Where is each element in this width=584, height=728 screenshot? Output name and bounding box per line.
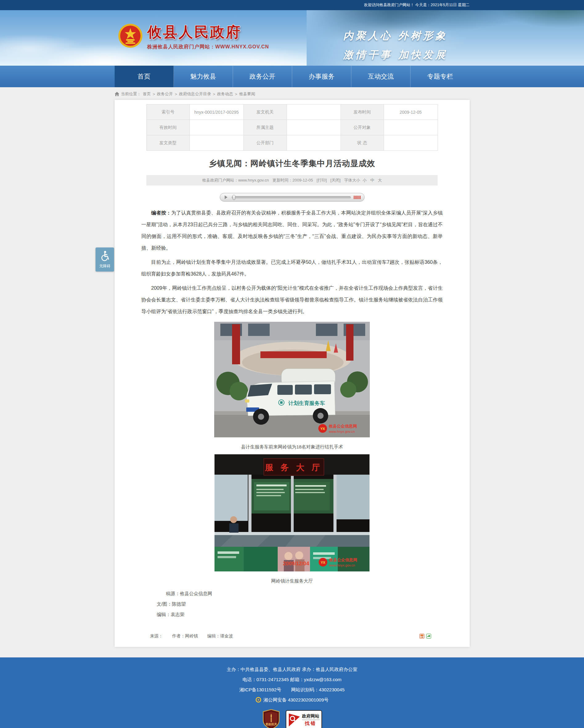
photo-service-van: 计划生育服务车 YX 攸县公众信息网 www.hnyx.gov.cn (214, 322, 370, 437)
party-gov-badge[interactable]: 党政机关 (262, 709, 280, 728)
find-error-badge-line2: 找错 (302, 720, 320, 726)
photo2-datestamp: 2009/12/04 (283, 561, 310, 567)
slogan-line-1: 内聚人心 外树形象 (343, 26, 448, 45)
site-header: 攸县人民政府 株洲攸县人民政府门户网站：WWW.HNYX.GOV.CN 内聚人心… (0, 10, 584, 66)
editor-note-lead: 编者按： (151, 210, 171, 215)
article-credits: 稿源：攸县公众信息网 文/图：陈德望 编辑：袁志荣 (141, 589, 443, 620)
info-value: hnyx-0001/2017-00295 (189, 104, 243, 120)
table-row: 发文类型 公开部门 状 态 (147, 135, 437, 151)
article-body: 编者按：为了认真贯彻县委、县政府召开的有关会议精神，积极服务于全县工作大局，本网… (141, 207, 443, 317)
article-meta-bar: 攸县政府门户网站：www.hnyx.gov.cn 更新时间：2009-12-05… (147, 175, 437, 185)
main-navigation: 首页 魅力攸县 政务公开 办事服务 互动交流 专题专栏 (0, 66, 584, 87)
info-label: 索引号 (147, 104, 189, 120)
home-icon (115, 92, 119, 96)
info-label: 发文类型 (147, 135, 189, 151)
info-value: 2009-12-05 (384, 104, 437, 120)
breadcrumb-gov-open[interactable]: 政务公开 (157, 91, 173, 97)
svg-text:www.hnyx.gov.cn: www.hnyx.gov.cn (329, 564, 355, 567)
print-button[interactable]: [打印] (317, 178, 327, 182)
footer-organizer: 主办：中共攸县县委、攸县人民政府 承办：攸县人民政府办公室 (0, 664, 584, 674)
info-value (287, 135, 341, 151)
nav-item-charm[interactable]: 魅力攸县 (174, 66, 233, 87)
info-value (384, 120, 437, 135)
footer-icp: 湘ICP备13011592号 网站识别码：4302230045 (0, 684, 584, 695)
share-icon[interactable] (419, 634, 424, 639)
seek-bar[interactable] (232, 196, 351, 199)
source-author: 作者：网岭镇 (172, 633, 198, 638)
police-badge-icon (256, 697, 261, 703)
table-row: 有效时间 所属主题 公开对象 (147, 120, 437, 135)
breadcrumb: 当前位置： 首页 > 政务公开 > 政府信息公开目录 > 政务动态 > 攸县要闻 (115, 91, 470, 97)
footer-security-record[interactable]: 湘公网安备 43022302001009号 (264, 695, 328, 705)
accessibility-widget[interactable]: 无障碍 (96, 248, 114, 271)
volume-bars-icon[interactable] (354, 196, 361, 199)
breadcrumb-county-news[interactable]: 攸县要闻 (239, 91, 255, 97)
photo1-caption: 县计生服务车前来网岭镇为18名对象进行结扎手术 (115, 444, 470, 450)
welcome-text: 欢迎访问攸县政府门户网站！ 今天是：2021年5月11日 星期二 (364, 3, 469, 7)
source-label: 来源： (150, 633, 163, 638)
nav-item-home[interactable]: 首页 (115, 66, 174, 87)
magnifier-flag-icon (288, 713, 300, 727)
font-small-button[interactable]: 小 (363, 178, 367, 182)
accessibility-label: 无障碍 (99, 263, 110, 269)
meta-updated: 更新时间：2009-12-05 (272, 178, 313, 182)
breadcrumb-home[interactable]: 首页 (143, 91, 151, 97)
breadcrumb-prefix: 当前位置： (121, 91, 141, 97)
site-title: 攸县人民政府 (147, 23, 269, 42)
font-medium-button[interactable]: 中 (370, 178, 374, 182)
info-value (287, 104, 341, 120)
article-card: 索引号 hnyx-0001/2017-00295 发文机关 发布时间 2009-… (115, 100, 470, 647)
play-icon (225, 196, 228, 199)
info-value (384, 135, 437, 151)
footer-site-id: 网站识别码：4302230045 (291, 687, 345, 692)
nav-item-services[interactable]: 办事服务 (292, 66, 351, 87)
play-button[interactable] (224, 195, 229, 200)
header-slogan: 内聚人心 外树形象 激情干事 加快发展 (343, 26, 448, 64)
credit-editor: 编辑：袁志荣 (157, 609, 443, 620)
page-footer: 主办：中共攸县县委、攸县人民政府 承办：攸县人民政府办公室 电话：0731-24… (0, 657, 584, 728)
nav-item-gov-affairs[interactable]: 政务公开 (233, 66, 292, 87)
font-large-button[interactable]: 大 (378, 178, 382, 182)
source-editor: 编辑：谭金波 (207, 633, 233, 638)
photo2-caption: 网岭镇计生服务大厅 (115, 578, 470, 584)
nav-item-topics[interactable]: 专题专栏 (410, 66, 469, 87)
info-label: 状 态 (341, 135, 384, 151)
svg-text:攸县公众信息网: 攸县公众信息网 (328, 424, 357, 428)
topbar: 欢迎访问攸县政府门户网站！ 今天是：2021年5月11日 星期二 (0, 0, 584, 10)
meta-site: 攸县政府门户网站：www.hnyx.gov.cn (202, 178, 269, 182)
credit-source: 稿源：攸县公众信息网 (157, 589, 443, 599)
credit-author: 文/图：陈德望 (157, 599, 443, 609)
info-label: 公开部门 (243, 135, 287, 151)
find-error-badge-line1: 政府网站 (302, 713, 320, 720)
svg-text:YX: YX (321, 561, 325, 564)
breadcrumb-info-catalog[interactable]: 政府信息公开目录 (179, 91, 211, 97)
svg-text:攸县公众信息网: 攸县公众信息网 (329, 557, 357, 562)
find-error-badge[interactable]: 政府网站 找错 (286, 710, 322, 728)
wheelchair-icon (100, 251, 109, 262)
van-side-text: 计划生育服务车 (288, 400, 325, 406)
footer-icp-number[interactable]: 湘ICP备13011592号 (239, 687, 282, 692)
source-row: 来源： 作者：网岭镇 编辑：谭金波 (115, 633, 470, 639)
info-label: 所属主题 (243, 120, 287, 135)
close-button[interactable]: [关闭] (330, 178, 341, 182)
document-info-table: 索引号 hnyx-0001/2017-00295 发文机关 发布时间 2009-… (147, 104, 438, 151)
info-label: 有效时间 (147, 120, 189, 135)
audio-player[interactable] (220, 193, 365, 202)
font-size-label: 字体大小 (344, 178, 360, 182)
breadcrumb-gov-news[interactable]: 政务动态 (217, 91, 233, 97)
paragraph-2: 目前为止，网岭镇计划生育冬季集中月活动成效显著。已完成上环避孕50人，做结扎手术… (141, 256, 443, 280)
site-subtitle: 株洲攸县人民政府门户网站：WWW.HNYX.GOV.CN (147, 44, 269, 50)
article-title: 乡镇见闻：网岭镇计生冬季集中月活动显成效 (115, 158, 470, 169)
national-emblem-icon (118, 23, 143, 50)
site-logo[interactable]: 攸县人民政府 株洲攸县人民政府门户网站：WWW.HNYX.GOV.CN (118, 23, 269, 50)
svg-text:YX: YX (320, 427, 325, 431)
paragraph-editor-note: 编者按：为了认真贯彻县委、县政府召开的有关会议精神，积极服务于全县工作大局，本网… (141, 207, 443, 254)
photo-service-hall: 服 务 大 厅 2009 (214, 454, 370, 571)
table-row: 索引号 hnyx-0001/2017-00295 发文机关 发布时间 2009-… (147, 104, 437, 120)
seek-thumb[interactable] (232, 195, 235, 200)
hall-banner-text: 服 务 大 厅 (265, 463, 323, 472)
forward-icon[interactable] (426, 634, 431, 639)
info-label: 发文机关 (243, 104, 287, 120)
nav-item-interaction[interactable]: 互动交流 (351, 66, 410, 87)
paragraph-3: 2009年，网岭镇计生工作亮点纷呈，以村务公开为载体的“阳光计生”模式在全省推广… (141, 282, 443, 317)
